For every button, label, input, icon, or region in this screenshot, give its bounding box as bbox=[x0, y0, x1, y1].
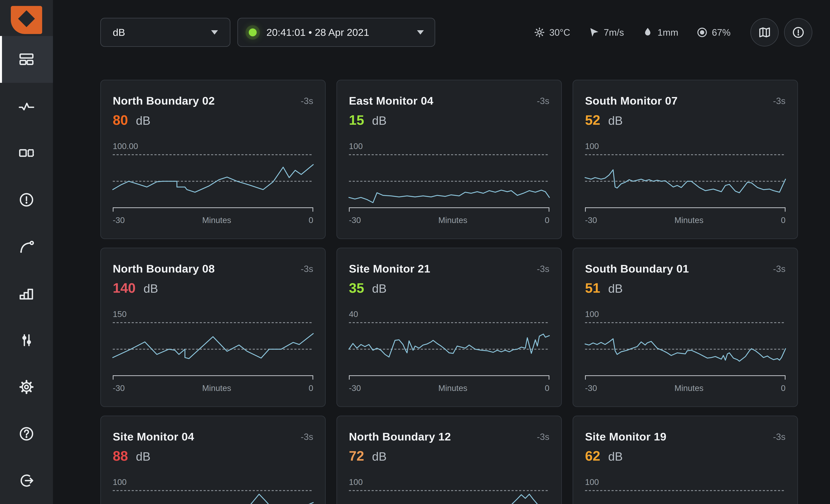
card-title: Site Monitor 04 bbox=[113, 430, 194, 443]
sparkline-chart: 100 -30 Minutes 0 bbox=[349, 141, 549, 225]
y-max-label: 100 bbox=[585, 477, 786, 487]
sparkline-chart: 100 -30 Minutes 0 bbox=[585, 477, 786, 504]
map-icon bbox=[758, 26, 771, 39]
card-unit: dB bbox=[608, 450, 623, 463]
unit-dropdown[interactable]: dB bbox=[100, 18, 230, 47]
card-lag-badge: -3s bbox=[537, 94, 549, 106]
monitor-card[interactable]: East Monitor 04 -3s 15 dB 100 -30 Minute… bbox=[337, 80, 562, 239]
alert-icon bbox=[18, 191, 35, 208]
sparkline bbox=[113, 494, 313, 504]
gear-icon bbox=[18, 378, 35, 396]
card-value: 140 bbox=[113, 280, 136, 296]
card-value: 15 bbox=[349, 112, 364, 128]
map-button[interactable] bbox=[751, 18, 779, 46]
sidebar-item-panels[interactable] bbox=[0, 130, 53, 176]
card-unit: dB bbox=[372, 114, 387, 128]
x-min-label: -30 bbox=[585, 215, 597, 225]
monitor-card[interactable]: South Boundary 01 -3s 51 dB 100 -30 Minu… bbox=[573, 248, 798, 407]
card-title: North Boundary 08 bbox=[113, 262, 215, 275]
sparkline-svg bbox=[349, 323, 549, 375]
x-min-label: -30 bbox=[349, 383, 361, 393]
sparkline-chart: 100 -30 Minutes 0 bbox=[349, 477, 549, 504]
card-unit: dB bbox=[372, 282, 387, 295]
monitor-card[interactable]: North Boundary 08 -3s 140 dB 150 -30 Min… bbox=[100, 248, 326, 407]
monitor-card-grid: North Boundary 02 -3s 80 dB 100.00 -30 M… bbox=[100, 80, 798, 504]
card-value: 52 bbox=[585, 112, 600, 128]
sparkline-svg bbox=[349, 155, 549, 207]
sparkline-svg bbox=[585, 155, 786, 207]
sidebar-item-dashboard[interactable] bbox=[0, 36, 53, 83]
sidebar-item-logout[interactable] bbox=[0, 457, 53, 504]
card-lag-badge: -3s bbox=[301, 94, 313, 106]
y-max-label: 40 bbox=[349, 309, 549, 319]
card-value: 80 bbox=[113, 112, 128, 128]
card-lag-badge: -3s bbox=[773, 430, 786, 442]
datetime-dropdown[interactable]: 20:41:01 • 28 Apr 2021 bbox=[237, 18, 435, 47]
y-max-label: 100 bbox=[113, 477, 313, 487]
weather-value: 30°C bbox=[549, 27, 570, 38]
monitor-card[interactable]: Site Monitor 19 -3s 62 dB 100 -30 Minute… bbox=[573, 415, 798, 504]
sparkline bbox=[113, 165, 313, 192]
sparkline-svg bbox=[113, 155, 313, 207]
sparkline-chart: 100.00 -30 Minutes 0 bbox=[113, 141, 313, 225]
card-lag-badge: -3s bbox=[301, 262, 313, 274]
card-unit: dB bbox=[608, 282, 623, 295]
alerts-button[interactable] bbox=[784, 18, 812, 46]
monitor-card[interactable]: Site Monitor 04 -3s 88 dB 100 -30 Minute… bbox=[100, 415, 326, 504]
card-title: North Boundary 12 bbox=[349, 430, 451, 443]
x-axis bbox=[349, 207, 549, 212]
weather-value: 1mm bbox=[658, 27, 678, 38]
card-unit: dB bbox=[608, 114, 623, 128]
card-value: 51 bbox=[585, 280, 600, 296]
sidebar-item-reports[interactable] bbox=[0, 270, 53, 317]
sparkline bbox=[113, 334, 313, 359]
chevron-down-icon bbox=[211, 30, 218, 35]
dashboard-icon bbox=[18, 51, 35, 68]
monitor-card[interactable]: North Boundary 02 -3s 80 dB 100.00 -30 M… bbox=[100, 80, 326, 239]
monitor-card[interactable]: North Boundary 12 -3s 72 dB 100 -30 Minu… bbox=[337, 415, 562, 504]
main-content: dB 20:41:01 • 28 Apr 2021 30°C7m/s1mm67%… bbox=[53, 0, 830, 504]
weather-value: 7m/s bbox=[604, 27, 624, 38]
x-axis bbox=[113, 375, 313, 380]
weather-item-wind-direction: 7m/s bbox=[588, 26, 624, 38]
monitor-card[interactable]: Site Monitor 21 -3s 35 dB 40 -30 Minutes… bbox=[337, 248, 562, 407]
unit-dropdown-value: dB bbox=[113, 27, 125, 38]
sparkline-svg bbox=[585, 491, 786, 504]
x-min-label: -30 bbox=[113, 215, 125, 225]
sparkline bbox=[585, 170, 786, 193]
x-max-label: 0 bbox=[309, 215, 313, 225]
sparkline-chart: 150 -30 Minutes 0 bbox=[113, 309, 313, 393]
sliders-icon bbox=[18, 332, 35, 349]
datetime-label: 20:41:01 • 28 Apr 2021 bbox=[266, 27, 369, 38]
card-title: Site Monitor 19 bbox=[585, 430, 666, 443]
card-unit: dB bbox=[143, 282, 158, 295]
app-logo[interactable] bbox=[0, 0, 53, 36]
card-lag-badge: -3s bbox=[537, 430, 549, 442]
card-value: 88 bbox=[113, 448, 128, 464]
x-axis bbox=[585, 375, 786, 380]
live-status-dot bbox=[249, 28, 257, 36]
logo-diamond-icon bbox=[18, 10, 35, 27]
sidebar-item-help[interactable] bbox=[0, 410, 53, 457]
sidebar-item-activity[interactable] bbox=[0, 83, 53, 130]
card-title: South Monitor 07 bbox=[585, 94, 678, 107]
card-unit: dB bbox=[372, 450, 387, 463]
sidebar-item-filters[interactable] bbox=[0, 317, 53, 364]
x-max-label: 0 bbox=[781, 215, 786, 225]
card-value: 62 bbox=[585, 448, 600, 464]
y-max-label: 100 bbox=[349, 141, 549, 151]
sidebar-item-alerts[interactable] bbox=[0, 176, 53, 223]
sparkline-svg bbox=[113, 323, 313, 375]
x-min-label: -30 bbox=[585, 383, 597, 393]
monitor-card[interactable]: South Monitor 07 -3s 52 dB 100 -30 Minut… bbox=[573, 80, 798, 239]
sidebar-item-settings[interactable] bbox=[0, 364, 53, 410]
card-title: South Boundary 01 bbox=[585, 262, 689, 275]
x-max-label: 0 bbox=[781, 383, 786, 393]
sparkline-chart: 40 -30 Minutes 0 bbox=[349, 309, 549, 393]
activity-icon bbox=[18, 98, 35, 115]
card-lag-badge: -3s bbox=[537, 262, 549, 274]
x-min-label: -30 bbox=[349, 215, 361, 225]
x-axis-title: Minutes bbox=[597, 215, 781, 225]
sidebar-item-trend[interactable] bbox=[0, 223, 53, 270]
y-max-label: 100 bbox=[585, 309, 786, 319]
